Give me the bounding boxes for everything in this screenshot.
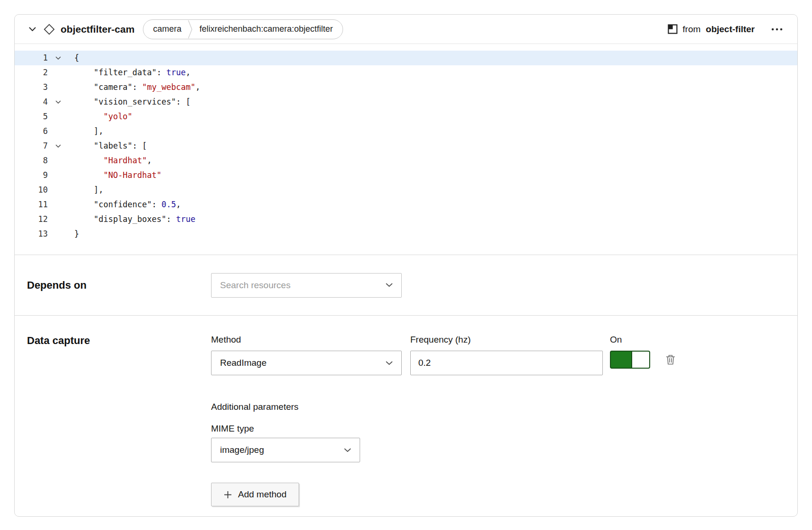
collapse-icon[interactable]	[27, 25, 38, 34]
plus-icon	[224, 491, 232, 499]
fold-icon[interactable]	[48, 95, 69, 109]
fold-spacer	[48, 65, 69, 80]
code-line[interactable]: 5 "yolo"	[15, 109, 797, 124]
code-text[interactable]: "yolo"	[69, 109, 132, 124]
depends-on-placeholder: Search resources	[220, 280, 291, 291]
code-text[interactable]: ],	[69, 124, 103, 139]
fold-spacer	[48, 124, 69, 139]
code-line[interactable]: 13}	[15, 227, 797, 241]
code-line[interactable]: 4 "vision_services": [	[15, 95, 797, 109]
code-text[interactable]: "NO-Hardhat"	[69, 168, 161, 183]
code-line[interactable]: 12 "display_boxes": true	[15, 212, 797, 227]
code-text[interactable]: ],	[69, 183, 103, 197]
code-line[interactable]: 9 "NO-Hardhat"	[15, 168, 797, 183]
line-number: 7	[15, 139, 48, 153]
line-number: 4	[15, 95, 48, 109]
code-line[interactable]: 3 "camera": "my_webcam",	[15, 80, 797, 95]
data-capture-title: Data capture	[27, 335, 211, 347]
depends-on-select[interactable]: Search resources	[211, 273, 402, 298]
component-header: objectfilter-cam camera felixreichenbach…	[15, 15, 797, 44]
code-text[interactable]: "Hardhat",	[69, 153, 152, 168]
depends-on-title: Depends on	[27, 279, 211, 292]
fold-icon[interactable]	[48, 51, 69, 65]
mime-type-value: image/jpeg	[220, 445, 264, 455]
depends-on-section: Depends on Search resources	[15, 255, 797, 315]
fold-spacer	[48, 80, 69, 95]
data-capture-section: Data capture Method ReadImage Frequency …	[15, 315, 797, 517]
data-capture-toggle[interactable]	[610, 351, 650, 369]
trash-icon[interactable]	[663, 352, 678, 367]
code-text[interactable]: }	[69, 227, 79, 241]
code-text[interactable]: "camera": "my_webcam",	[69, 80, 200, 95]
code-line[interactable]: 1{	[15, 51, 797, 65]
method-value: ReadImage	[220, 358, 266, 368]
code-line[interactable]: 8 "Hardhat",	[15, 153, 797, 168]
line-number: 3	[15, 80, 48, 95]
code-line[interactable]: 6 ],	[15, 124, 797, 139]
component-card: objectfilter-cam camera felixreichenbach…	[14, 14, 798, 517]
module-from-text: from	[683, 24, 701, 35]
code-text[interactable]: "vision_services": [	[69, 95, 191, 109]
code-line[interactable]: 7 "labels": [	[15, 139, 797, 153]
method-label: Method	[211, 335, 402, 345]
line-number: 12	[15, 212, 48, 227]
line-number: 10	[15, 183, 48, 197]
frequency-input[interactable]	[410, 351, 603, 375]
fold-spacer	[48, 109, 69, 124]
code-text[interactable]: "filter_data": true,	[69, 65, 191, 80]
add-method-label: Add method	[238, 489, 286, 500]
code-text[interactable]: {	[69, 51, 79, 65]
fold-spacer	[48, 183, 69, 197]
component-type-badge: camera felixreichenbach:camera:objectfil…	[143, 19, 343, 39]
badge-separator-icon	[188, 20, 193, 39]
frequency-label: Frequency (hz)	[410, 335, 603, 345]
method-select[interactable]: ReadImage	[211, 351, 402, 375]
code-text[interactable]: "display_boxes": true	[69, 212, 195, 227]
code-text[interactable]: "confidence": 0.5,	[69, 197, 181, 212]
overflow-menu-icon[interactable]	[769, 26, 785, 33]
line-number: 2	[15, 65, 48, 80]
line-number: 8	[15, 153, 48, 168]
mime-type-select[interactable]: image/jpeg	[211, 438, 360, 462]
component-icon	[44, 24, 55, 35]
module-source: from object-filter	[668, 24, 755, 35]
module-name: object-filter	[706, 24, 755, 35]
fold-spacer	[48, 153, 69, 168]
line-number: 9	[15, 168, 48, 183]
chevron-down-icon	[386, 361, 393, 365]
toggle-knob	[631, 352, 649, 368]
code-text[interactable]: "labels": [	[69, 139, 147, 153]
fold-spacer	[48, 197, 69, 212]
code-line[interactable]: 11 "confidence": 0.5,	[15, 197, 797, 212]
code-line[interactable]: 2 "filter_data": true,	[15, 65, 797, 80]
additional-parameters-label: Additional parameters	[211, 402, 678, 412]
mime-type-label: MIME type	[211, 424, 678, 434]
line-number: 13	[15, 227, 48, 241]
line-number: 11	[15, 197, 48, 212]
chevron-down-icon	[386, 283, 393, 287]
component-type-label: camera	[153, 24, 181, 34]
code-line[interactable]: 10 ],	[15, 183, 797, 197]
module-icon	[668, 24, 678, 34]
fold-spacer	[48, 227, 69, 241]
fold-spacer	[48, 212, 69, 227]
fold-icon[interactable]	[48, 139, 69, 153]
line-number: 5	[15, 109, 48, 124]
component-title: objectfilter-cam	[61, 24, 134, 35]
line-number: 1	[15, 51, 48, 65]
fold-spacer	[48, 168, 69, 183]
chevron-down-icon	[344, 448, 351, 452]
component-model-label: felixreichenbach:camera:objectfilter	[199, 24, 333, 34]
toggle-label: On	[610, 335, 678, 345]
add-method-button[interactable]: Add method	[211, 483, 299, 506]
line-number: 6	[15, 124, 48, 139]
code-editor[interactable]: 1{2 "filter_data": true,3 "camera": "my_…	[15, 44, 797, 255]
